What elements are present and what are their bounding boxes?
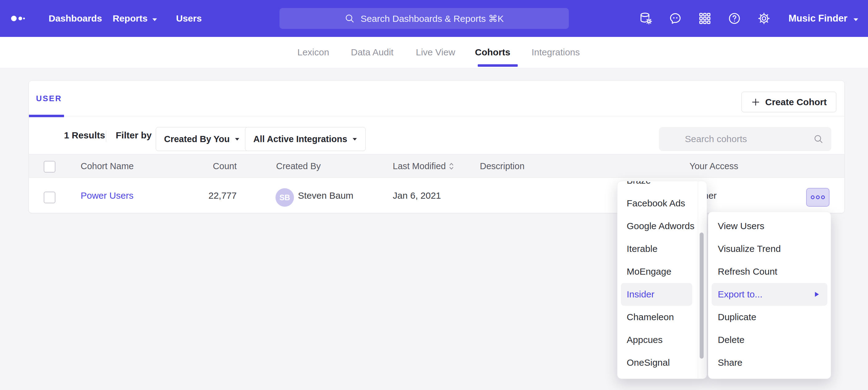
settings-gear-icon[interactable] xyxy=(757,12,771,25)
global-search-button[interactable]: Search Dashboards & Reports ⌘K xyxy=(279,8,569,29)
tab-live-view[interactable]: Live View xyxy=(416,37,455,68)
scrollbar-thumb[interactable] xyxy=(700,232,704,359)
nav-item-label: Dashboards xyxy=(49,13,102,24)
tab-label: Data Audit xyxy=(351,47,393,58)
table-header: Cohort Name Count Created By Last Modifi… xyxy=(29,154,844,178)
export-destinations-menu: Braze Facebook Ads Google Adwords Iterab… xyxy=(617,181,707,379)
caret-down-icon xyxy=(235,137,240,141)
project-name: Music Finder xyxy=(788,13,847,24)
plus-icon xyxy=(751,98,760,107)
cohort-table-row: Power Users 22,777 SB Steven Baum Jan 6,… xyxy=(29,178,844,214)
tab-label: Lexicon xyxy=(297,47,329,58)
three-circles-icon xyxy=(810,195,825,200)
last-modified-date: Jan 6, 2021 xyxy=(393,178,441,214)
row-actions-menu: View Users Visualize Trend Refresh Count… xyxy=(708,212,831,379)
nav-item-dashboards[interactable]: Dashboards xyxy=(49,0,102,37)
divider xyxy=(106,130,106,142)
menu-item-iterable[interactable]: Iterable xyxy=(617,237,698,260)
mixpanel-logo-icon[interactable] xyxy=(11,15,26,22)
created-by-filter-dropdown[interactable]: Created By You xyxy=(156,127,248,151)
active-tab-underline xyxy=(478,64,518,67)
global-search-placeholder: Search Dashboards & Reports ⌘K xyxy=(361,13,503,24)
created-by-name: Steven Baum xyxy=(298,178,353,214)
nav-item-label: Users xyxy=(176,13,202,24)
cohorts-page: Dashboards Reports Users Search Dashboar… xyxy=(0,0,868,390)
tab-label: Integrations xyxy=(532,47,580,58)
caret-down-icon xyxy=(853,13,859,24)
integrations-filter-dropdown[interactable]: All Active Integrations xyxy=(245,127,366,151)
feedback-bubble-icon[interactable] xyxy=(669,12,682,25)
search-icon xyxy=(344,13,355,24)
menu-item-view-users[interactable]: View Users xyxy=(708,215,831,237)
column-your-access: Your Access xyxy=(689,154,738,178)
section-tabs: Lexicon Data Audit Live View Cohorts Int… xyxy=(0,37,868,68)
column-created-by: Created By xyxy=(276,154,321,178)
column-count: Count xyxy=(183,154,237,178)
menu-item-google-adwords[interactable]: Google Adwords xyxy=(617,215,698,237)
tab-user-cohorts[interactable]: USER xyxy=(36,81,62,116)
tab-data-audit[interactable]: Data Audit xyxy=(351,37,393,68)
column-cohort-name: Cohort Name xyxy=(81,154,133,178)
menu-item-onesignal[interactable]: OneSignal xyxy=(617,351,698,374)
create-cohort-button[interactable]: Create Cohort xyxy=(742,92,836,112)
avatar: SB xyxy=(276,188,294,207)
apps-grid-icon[interactable] xyxy=(698,12,712,25)
cohorts-card: USER Create Cohort 1 Results Filter by C… xyxy=(29,80,845,213)
export-destinations-list: Braze Facebook Ads Google Adwords Iterab… xyxy=(617,181,698,379)
menu-item-visualize-trend[interactable]: Visualize Trend xyxy=(708,237,831,260)
dropdown-value: Created By You xyxy=(164,134,229,144)
nav-item-users[interactable]: Users xyxy=(176,0,202,37)
menu-item-delete[interactable]: Delete xyxy=(708,328,831,351)
tab-lexicon[interactable]: Lexicon xyxy=(297,37,329,68)
caret-down-icon xyxy=(352,137,358,141)
results-count: 1 Results xyxy=(64,116,105,154)
row-actions-button[interactable] xyxy=(806,188,830,207)
row-checkbox[interactable] xyxy=(44,192,55,203)
sort-updown-icon[interactable] xyxy=(449,162,454,170)
tab-label: Cohorts xyxy=(475,47,510,58)
menu-item-moengage[interactable]: MoEngage xyxy=(617,260,698,283)
user-tab-label: USER xyxy=(36,94,62,103)
tab-cohorts[interactable]: Cohorts xyxy=(475,37,510,68)
user-tab-underline xyxy=(29,115,64,117)
help-circle-icon[interactable] xyxy=(727,12,741,25)
database-gear-icon[interactable] xyxy=(639,12,653,25)
nav-item-label: Reports xyxy=(113,13,148,24)
filter-bar: 1 Results Filter by Created By You All A… xyxy=(29,116,844,154)
menu-item-duplicate[interactable]: Duplicate xyxy=(708,306,831,328)
top-nav: Dashboards Reports Users Search Dashboar… xyxy=(0,0,868,37)
menu-item-facebook-ads[interactable]: Facebook Ads xyxy=(617,192,698,215)
dropdown-value: All Active Integrations xyxy=(253,134,347,144)
caret-down-icon xyxy=(152,13,158,24)
column-description: Description xyxy=(480,154,525,178)
menu-item-appcues[interactable]: Appcues xyxy=(617,328,698,351)
cohort-count: 22,777 xyxy=(183,178,237,214)
cohort-type-tabs: USER Create Cohort xyxy=(29,81,844,116)
menu-item-braze[interactable]: Braze xyxy=(617,181,698,192)
menu-item-export-to[interactable]: Export to... xyxy=(712,283,827,306)
menu-item-share[interactable]: Share xyxy=(708,351,831,374)
triangle-right-icon xyxy=(814,291,819,297)
nav-icon-group xyxy=(631,0,779,37)
three-dots-logo xyxy=(11,15,26,22)
search-cohorts-input[interactable] xyxy=(659,127,831,151)
filter-by-label: Filter by xyxy=(116,116,152,154)
nav-item-reports[interactable]: Reports xyxy=(113,0,158,37)
menu-item-chameleon[interactable]: Chameleon xyxy=(617,306,698,328)
create-cohort-label: Create Cohort xyxy=(765,97,827,107)
project-switcher[interactable]: Music Finder xyxy=(788,0,859,37)
cohort-name-link[interactable]: Power Users xyxy=(81,178,133,214)
select-all-checkbox[interactable] xyxy=(44,161,55,172)
menu-item-insider[interactable]: Insider xyxy=(621,283,692,306)
menu-item-refresh-count[interactable]: Refresh Count xyxy=(708,260,831,283)
tab-integrations[interactable]: Integrations xyxy=(532,37,580,68)
tab-label: Live View xyxy=(416,47,455,58)
column-last-modified[interactable]: Last Modified xyxy=(393,154,454,178)
